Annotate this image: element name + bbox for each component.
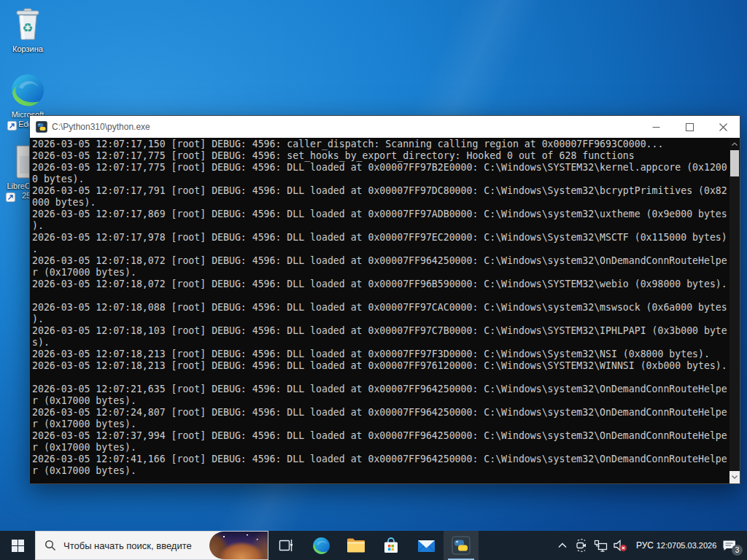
console-line: r (0x17000 bytes). <box>32 419 727 430</box>
clock-date: 05.03.2026 <box>676 540 716 551</box>
console-line: 2026-03-05 12:07:17,150 [root] DEBUG: 45… <box>32 139 727 150</box>
console-line: 2026-03-05 12:07:18,088 [root] DEBUG: 45… <box>32 302 727 314</box>
python-console-icon <box>452 536 471 555</box>
search-icon <box>44 540 56 551</box>
console-window: C:\Python310\python.exe 2026-03-05 12:07… <box>29 115 740 484</box>
close-icon <box>719 123 727 131</box>
chevron-down-icon <box>732 475 738 479</box>
scrollbar-down-button[interactable] <box>729 471 740 483</box>
python-console-icon <box>36 121 47 133</box>
edge-icon <box>10 73 45 108</box>
start-button[interactable] <box>0 531 35 560</box>
desktop-icon-label: Корзина <box>1 44 54 54</box>
notification-count-badge: 3 <box>732 545 743 556</box>
tray-meet-now-button[interactable] <box>572 531 591 560</box>
window-titlebar[interactable]: C:\Python310\python.exe <box>30 116 740 138</box>
tray-show-hidden-icons-button[interactable] <box>553 531 572 560</box>
console-line: r (0x17000 bytes). <box>32 465 727 477</box>
maximize-button[interactable] <box>673 116 706 138</box>
minimize-button[interactable] <box>639 116 673 138</box>
close-button[interactable] <box>706 116 740 138</box>
console-line: 000 bytes). <box>32 197 727 209</box>
console-line: 2026-03-05 12:07:24,807 [root] DEBUG: 45… <box>32 407 727 419</box>
task-view-button[interactable] <box>268 531 303 560</box>
maximize-icon <box>686 123 694 131</box>
chevron-up-icon <box>732 142 738 146</box>
console-line: 2026-03-05 12:07:17,978 [root] DEBUG: 45… <box>32 232 727 244</box>
console-line: r (0x17000 bytes). <box>32 442 727 454</box>
taskbar: Чтобы начать поиск, введите <box>0 531 747 560</box>
console-output: 2026-03-05 12:07:17,150 [root] DEBUG: 45… <box>30 138 740 483</box>
vertical-scrollbar[interactable] <box>729 138 740 483</box>
taskbar-python-console-button[interactable] <box>444 531 479 560</box>
window-title: C:\Python310\python.exe <box>52 122 639 132</box>
desktop-icon-recycle-bin[interactable]: ♻ Корзина <box>1 6 54 54</box>
action-center-button[interactable]: 3 <box>713 531 744 560</box>
mail-icon <box>417 538 436 553</box>
console-line: 2026-03-05 12:07:21,635 [root] DEBUG: 45… <box>32 384 727 395</box>
edge-icon <box>312 537 330 555</box>
meet-now-camera-icon <box>575 539 588 552</box>
scrollbar-thumb[interactable] <box>730 150 739 176</box>
console-line: 0 bytes). <box>32 174 727 185</box>
console-line: 2026-03-05 12:07:18,213 [root] DEBUG: 45… <box>32 360 727 372</box>
svg-text:♻: ♻ <box>22 20 33 35</box>
console-line: 2026-03-05 12:07:18,213 [root] DEBUG: 45… <box>32 349 727 360</box>
file-explorer-icon <box>347 537 365 553</box>
console-line: ). <box>32 314 727 325</box>
console-line: ). <box>32 220 727 232</box>
taskbar-mail-button[interactable] <box>409 531 444 560</box>
clock-time: 12:07 <box>657 540 677 551</box>
taskbar-file-explorer-button[interactable] <box>338 531 374 560</box>
console-line: 2026-03-05 12:07:41,166 [root] DEBUG: 45… <box>32 454 727 465</box>
ethernet-network-icon <box>594 540 608 552</box>
tray-language-indicator[interactable]: РУС <box>630 531 659 560</box>
tray-volume-muted-icon[interactable] <box>610 531 630 560</box>
scrollbar-up-button[interactable] <box>729 138 740 150</box>
tray-clock[interactable]: 12:07 05.03.2026 <box>659 531 713 560</box>
task-view-icon <box>278 538 294 553</box>
console-line: 2026-03-05 12:07:17,869 [root] DEBUG: 45… <box>32 209 727 220</box>
console-line: 2026-03-05 12:07:18,103 [root] DEBUG: 45… <box>32 325 727 337</box>
recycle-bin-icon: ♻ <box>10 6 45 42</box>
tray-network-icon[interactable] <box>591 531 610 560</box>
console-line: 2026-03-05 12:07:17,775 [root] DEBUG: 45… <box>32 150 727 162</box>
console-line: 2026-03-05 12:07:18,072 [root] DEBUG: 45… <box>32 255 727 267</box>
console-line: s). <box>32 337 727 349</box>
console-text: 2026-03-05 12:07:17,150 [root] DEBUG: 45… <box>32 139 727 477</box>
console-line <box>32 372 727 384</box>
console-line: r (0x17000 bytes). <box>32 395 727 407</box>
taskbar-edge-button[interactable] <box>303 531 338 560</box>
search-highlight-image[interactable] <box>209 532 268 559</box>
console-line: 2026-03-05 12:07:17,791 [root] DEBUG: 45… <box>32 185 727 197</box>
speaker-muted-icon <box>613 539 627 552</box>
microsoft-store-icon <box>382 537 400 554</box>
windows-logo-icon <box>12 540 24 552</box>
chevron-up-icon <box>558 542 567 548</box>
minimize-icon <box>652 123 660 131</box>
taskbar-store-button[interactable] <box>374 531 409 560</box>
search-placeholder: Чтобы начать поиск, введите <box>63 540 192 551</box>
console-line: . <box>32 244 727 255</box>
console-line: 2026-03-05 12:07:17,775 [root] DEBUG: 45… <box>32 162 727 174</box>
taskbar-search-input[interactable]: Чтобы начать поиск, введите <box>35 531 268 560</box>
console-line: 2026-03-05 12:07:18,072 [root] DEBUG: 45… <box>32 279 727 290</box>
shortcut-arrow-icon <box>7 121 17 131</box>
console-line: 2026-03-05 12:07:37,994 [root] DEBUG: 45… <box>32 430 727 442</box>
shortcut-arrow-icon <box>6 192 15 202</box>
console-line: r (0x17000 bytes). <box>32 267 727 279</box>
console-line <box>32 290 727 302</box>
